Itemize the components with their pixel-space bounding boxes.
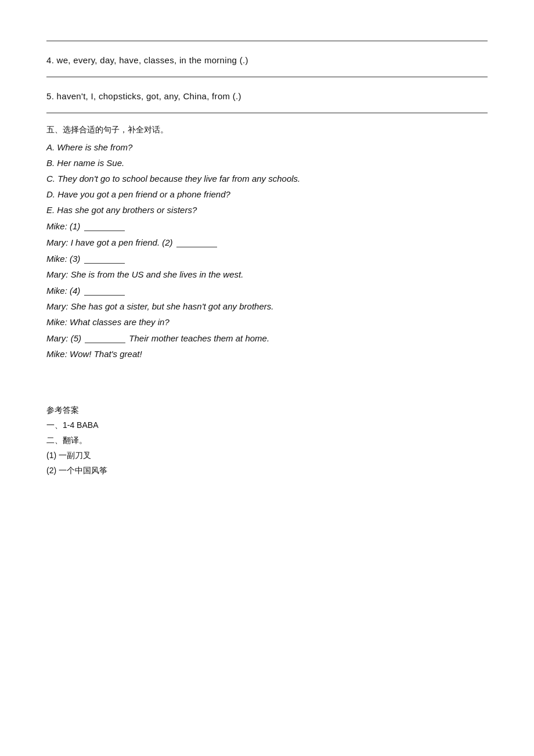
speaker-mike-3: Mike: (4)	[46, 286, 83, 296]
speaker-mike-1: Mike: (1)	[46, 221, 83, 231]
section5-header: 五、选择合适的句子，补全对话。	[46, 125, 488, 135]
mary-4-rest: Their mother teaches them at home.	[127, 333, 269, 343]
divider-mid1	[46, 77, 488, 77]
q4-words: we, every, day, have, classes, in the mo…	[57, 55, 248, 65]
choice-b: B. Her name is Sue.	[46, 158, 488, 168]
speaker-mary-3: Mary: She has got a sister, but she hasn…	[46, 301, 273, 311]
speaker-mike-2: Mike: (3)	[46, 254, 83, 264]
answers-header: 参考答案	[46, 405, 488, 416]
dialog-mike-5: Mike: Wow! That's great!	[46, 349, 488, 359]
divider-top	[46, 41, 488, 41]
blank-5	[85, 333, 125, 343]
speaker-mary-2: Mary: She is from the US and she lives i…	[46, 269, 243, 279]
blank-4	[84, 285, 125, 296]
dialog-mike-4: Mike: What classes are they in?	[46, 317, 488, 327]
answers-section: 参考答案 一、1-4 BABA 二、翻译。 (1) 一副刀叉 (2) 一个中国风…	[46, 405, 488, 476]
speaker-mary-4: Mary: (5)	[46, 333, 84, 343]
question-4: 4. we, every, day, have, classes, in the…	[46, 47, 488, 71]
dialog-mike-2: Mike: (3)	[46, 253, 488, 264]
choice-a: A. Where is she from?	[46, 142, 488, 152]
choice-c: C. They don't go to school because they …	[46, 174, 488, 183]
answers-line2: 二、翻译。	[46, 435, 488, 446]
answers-line3: (1) 一副刀叉	[46, 451, 488, 461]
speaker-mike-4: Mike: What classes are they in?	[46, 317, 169, 327]
question-5: 5. haven't, I, chopsticks, got, any, Chi…	[46, 83, 488, 107]
speaker-mary-1: Mary: I have got a pen friend. (2)	[46, 237, 175, 247]
choice-d: D. Have you got a pen friend or a phone …	[46, 189, 488, 199]
dialog-mike-3: Mike: (4)	[46, 285, 488, 296]
dialog-mary-3: Mary: She has got a sister, but she hasn…	[46, 301, 488, 311]
dialog-mary-1: Mary: I have got a pen friend. (2)	[46, 237, 488, 247]
blank-2	[176, 237, 217, 247]
q5-words: haven't, I, chopsticks, got, any, China,…	[57, 91, 241, 101]
answers-line4: (2) 一个中国风筝	[46, 466, 488, 476]
dialog-mike-1: Mike: (1)	[46, 221, 488, 231]
dialog-mary-4: Mary: (5) Their mother teaches them at h…	[46, 333, 488, 343]
choice-e: E. Has she got any brothers or sisters?	[46, 205, 488, 215]
dialog-mary-2: Mary: She is from the US and she lives i…	[46, 269, 488, 279]
blank-3	[84, 253, 125, 264]
blank-1	[84, 221, 125, 231]
q4-label: 4.	[46, 55, 54, 65]
speaker-mike-5: Mike: Wow! That's great!	[46, 349, 142, 359]
answers-line1: 一、1-4 BABA	[46, 420, 488, 431]
divider-mid2	[46, 113, 488, 113]
q5-label: 5.	[46, 91, 54, 101]
